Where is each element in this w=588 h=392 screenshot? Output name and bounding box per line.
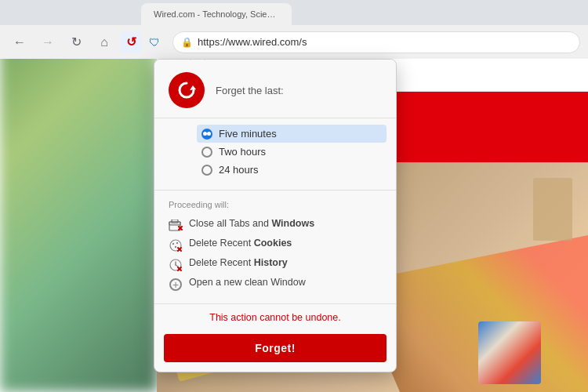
back-button[interactable]: ← xyxy=(8,31,31,54)
forget-icon-svg xyxy=(176,79,198,101)
option-five-minutes[interactable]: Five minutes xyxy=(197,125,387,143)
close-tabs-text: Close all Tabs and Windows xyxy=(189,218,314,229)
radio-two-hours[interactable] xyxy=(201,147,212,158)
nav-bar: ← → ↻ ⌂ ↺ 🛡 🔒 https://www.wired.com/s xyxy=(0,25,588,59)
action-close-tabs: Close all Tabs and Windows xyxy=(169,216,382,235)
tab-bar: Wired.com - Technology, Science... xyxy=(0,0,588,25)
forget-button[interactable]: Forget! xyxy=(164,334,387,362)
lock-icon: 🔒 xyxy=(181,37,193,48)
open-window-icon: + xyxy=(169,278,183,292)
open-window-text: Open a new clean Window xyxy=(189,277,306,288)
refresh-button[interactable]: ↻ xyxy=(64,31,88,54)
radio-five-minutes[interactable] xyxy=(201,129,212,140)
option-24-hours-label: 24 hours xyxy=(219,164,259,176)
forget-icon xyxy=(169,72,205,108)
svg-point-9 xyxy=(175,246,176,248)
svg-point-7 xyxy=(172,243,174,245)
popup-header: Forget the last: xyxy=(154,60,396,118)
delete-cookies-text: Delete Recent Cookies xyxy=(189,238,292,249)
desk-item-3 xyxy=(533,178,572,241)
extension-icons: ↺ 🛡 xyxy=(121,32,165,53)
shield-extension-icon[interactable]: 🛡 xyxy=(144,32,165,53)
option-five-minutes-label: Five minutes xyxy=(219,128,277,140)
action-open-window: + Open a new clean Window xyxy=(169,274,382,294)
svg-marker-0 xyxy=(190,85,196,90)
option-two-hours[interactable]: Two hours xyxy=(201,143,382,161)
close-tabs-icon xyxy=(169,219,183,233)
delete-history-text: Delete Recent History xyxy=(189,257,288,268)
address-bar[interactable]: 🔒 https://www.wired.com/s xyxy=(172,31,580,53)
home-button[interactable]: ⌂ xyxy=(93,31,116,54)
proceeding-title: Proceeding will: xyxy=(169,200,382,209)
address-text: https://www.wired.com/s xyxy=(198,36,307,48)
background-greenery xyxy=(0,0,157,392)
action-delete-history: Delete Recent History xyxy=(169,255,382,274)
plus-circle-icon: + xyxy=(169,278,182,291)
option-two-hours-label: Two hours xyxy=(219,146,266,158)
svg-line-14 xyxy=(176,265,178,267)
warning-text: This action cannot be undone. xyxy=(154,304,396,328)
delete-history-icon xyxy=(169,258,183,272)
proceeding-section: Proceeding will: Close all Tabs and Wind… xyxy=(154,191,396,304)
radio-24-hours[interactable] xyxy=(201,165,212,176)
forget-the-last-label: Forget the last: xyxy=(216,85,284,96)
tab-title: Wired.com - Technology, Science... xyxy=(154,9,279,19)
delete-cookies-icon xyxy=(169,238,183,252)
radio-options: Five minutes Two hours 24 hours xyxy=(154,118,396,191)
active-tab[interactable]: Wired.com - Technology, Science... xyxy=(141,3,292,25)
forget-extension-icon[interactable]: ↺ xyxy=(121,32,141,53)
svg-point-8 xyxy=(176,242,178,244)
rubiks-cube xyxy=(478,321,541,384)
option-24-hours[interactable]: 24 hours xyxy=(201,161,382,179)
browser-chrome: Wired.com - Technology, Science... ← → ↻… xyxy=(0,0,588,59)
forward-button[interactable]: → xyxy=(36,31,60,54)
forget-popup: Forget the last: Five minutes Two hours … xyxy=(154,59,397,372)
action-delete-cookies: Delete Recent Cookies xyxy=(169,235,382,255)
